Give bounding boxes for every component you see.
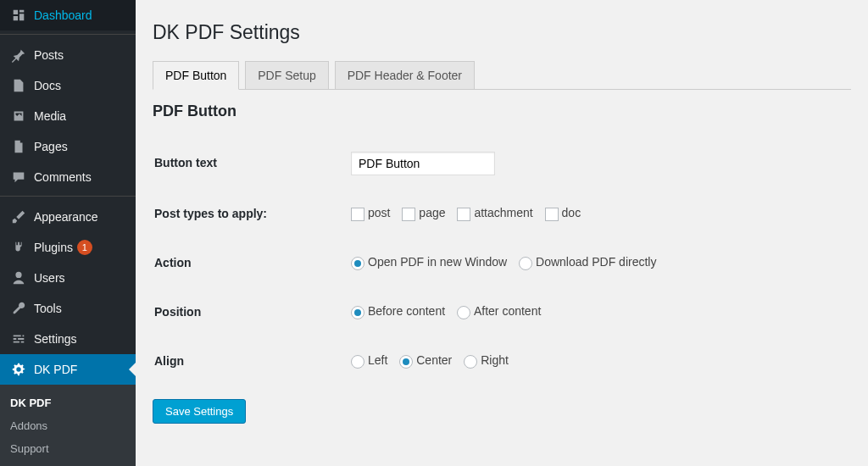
radio-open-new-window[interactable] [351, 257, 364, 270]
sliders-icon [10, 330, 27, 347]
radio-align-left[interactable] [351, 355, 364, 369]
submenu-item-dkpdf[interactable]: DK PDF [0, 391, 136, 414]
settings-form: Button text Post types to apply: post pa… [153, 137, 851, 386]
position-option[interactable]: After content [457, 304, 541, 318]
post-type-option[interactable]: page [402, 206, 445, 219]
sidebar-item-users[interactable]: Users [0, 263, 136, 293]
post-type-option[interactable]: attachment [457, 206, 532, 219]
save-settings-button[interactable]: Save Settings [153, 399, 246, 424]
update-badge: 1 [77, 240, 92, 255]
action-option[interactable]: Open PDF in new Window [351, 255, 507, 269]
position-label: Position [154, 288, 341, 336]
gear-icon [10, 361, 27, 378]
tab-pdf-header-footer[interactable]: PDF Header & Footer [335, 61, 475, 89]
sidebar-item-media[interactable]: Media [0, 101, 136, 131]
sidebar-item-label: Posts [34, 48, 64, 62]
post-type-option[interactable]: doc [545, 206, 581, 219]
radio-align-right[interactable] [464, 355, 477, 369]
submenu: DK PDF Addons Support [0, 385, 136, 466]
brush-icon [10, 208, 27, 225]
checkbox-doc[interactable] [545, 208, 559, 221]
sidebar-item-label: Appearance [34, 210, 98, 224]
pin-icon [10, 47, 27, 64]
plug-icon [10, 239, 27, 256]
radio-download-direct[interactable] [519, 257, 532, 270]
sidebar-item-plugins[interactable]: Plugins 1 [0, 232, 136, 263]
sidebar-item-tools[interactable]: Tools [0, 293, 136, 324]
sidebar-item-label: Tools [34, 302, 62, 315]
sidebar-item-posts[interactable]: Posts [0, 40, 136, 70]
align-option[interactable]: Right [464, 353, 509, 367]
wrench-icon [10, 300, 27, 317]
sidebar-item-label: Docs [34, 79, 61, 92]
tab-pdf-button[interactable]: PDF Button [153, 61, 239, 90]
post-type-option[interactable]: post [351, 206, 390, 219]
sidebar-item-label: Settings [34, 332, 77, 346]
checkbox-page[interactable] [402, 208, 415, 221]
admin-sidebar: Dashboard Posts Docs Media Pages Comment… [0, 0, 136, 466]
align-option[interactable]: Center [399, 353, 452, 367]
user-icon [10, 269, 27, 286]
doc-icon [10, 77, 27, 94]
button-text-input[interactable] [351, 152, 495, 175]
sidebar-item-label: DK PDF [34, 363, 77, 376]
sidebar-item-comments[interactable]: Comments [0, 162, 136, 192]
align-label: Align [154, 337, 341, 385]
section-title: PDF Button [153, 103, 851, 120]
checkbox-attachment[interactable] [457, 208, 470, 221]
align-option[interactable]: Left [351, 353, 387, 367]
sidebar-item-dkpdf[interactable]: DK PDF [0, 354, 136, 385]
radio-after-content[interactable] [457, 306, 470, 319]
page-title: DK PDF Settings [153, 21, 851, 44]
action-label: Action [154, 239, 341, 286]
media-icon [10, 108, 27, 125]
submenu-item-addons[interactable]: Addons [0, 414, 136, 437]
sidebar-item-appearance[interactable]: Appearance [0, 202, 136, 232]
sidebar-item-label: Users [34, 271, 65, 285]
sidebar-item-settings[interactable]: Settings [0, 324, 136, 354]
tab-pdf-setup[interactable]: PDF Setup [245, 61, 328, 89]
sidebar-item-label: Plugins [34, 241, 73, 254]
radio-align-center[interactable] [399, 355, 413, 369]
sidebar-item-label: Media [34, 109, 66, 123]
position-option[interactable]: Before content [351, 304, 445, 318]
dashboard-icon [10, 7, 27, 24]
menu-separator [0, 192, 136, 197]
action-option[interactable]: Download PDF directly [519, 255, 656, 269]
checkbox-post[interactable] [351, 208, 364, 221]
sidebar-item-dashboard[interactable]: Dashboard [0, 0, 136, 31]
sidebar-item-pages[interactable]: Pages [0, 131, 136, 162]
sidebar-item-label: Dashboard [34, 8, 92, 22]
main-content: DK PDF Settings PDF Button PDF Setup PDF… [136, 0, 868, 466]
page-icon [10, 138, 27, 155]
sidebar-item-docs[interactable]: Docs [0, 70, 136, 101]
menu-separator [0, 31, 136, 35]
tab-nav: PDF Button PDF Setup PDF Header & Footer [153, 61, 851, 90]
submenu-item-support[interactable]: Support [0, 437, 136, 460]
post-types-label: Post types to apply: [154, 190, 341, 237]
comment-icon [10, 169, 27, 186]
radio-before-content[interactable] [351, 306, 364, 319]
sidebar-item-label: Comments [34, 170, 92, 184]
button-text-label: Button text [154, 139, 341, 188]
sidebar-item-label: Pages [34, 140, 68, 153]
